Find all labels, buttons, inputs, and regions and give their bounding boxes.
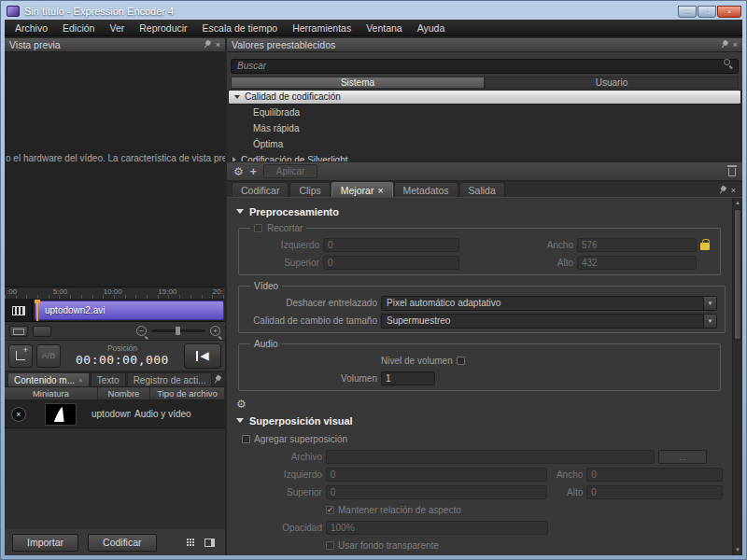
transparent-bg-checkbox[interactable] (326, 541, 334, 550)
browse-button[interactable]: ... (658, 450, 707, 464)
settings-scrollbar[interactable]: ▲ ▼ (732, 198, 742, 555)
menu-archivo[interactable]: Archivo (7, 21, 55, 35)
minimize-button[interactable]: ─ (678, 6, 697, 18)
zoom-slider[interactable] (151, 329, 205, 332)
tab-contenido-multimedia[interactable]: Contenido m... × (7, 372, 90, 386)
close-icon[interactable]: × (733, 41, 738, 49)
tab-salida[interactable]: Salida (459, 182, 505, 197)
close-icon[interactable]: × (731, 187, 736, 195)
close-icon[interactable]: × (216, 41, 220, 49)
gear-icon[interactable]: ⚙ (236, 399, 247, 410)
crop-width-input[interactable]: 576 (577, 238, 697, 252)
encode-button[interactable]: Codificar (88, 534, 156, 552)
overlay-file-input[interactable] (326, 450, 655, 464)
pin-icon[interactable] (201, 38, 213, 50)
thumbnail-view-button[interactable] (176, 536, 192, 550)
crop-tool-button[interactable] (8, 344, 33, 368)
pin-icon[interactable] (716, 184, 728, 196)
collapse-icon[interactable] (236, 418, 244, 423)
deinterlace-select[interactable]: Pixel automático adaptativo ▼ (381, 296, 717, 311)
timeline-clip[interactable]: uptodown2.avi (35, 301, 224, 320)
keep-aspect-checkbox[interactable] (326, 506, 334, 514)
titlebar[interactable]: Sin título - Expression Encoder 4 ─ □ × (1, 1, 746, 20)
tab-texto[interactable]: Texto (91, 372, 126, 386)
tab-sistema[interactable]: Sistema (231, 77, 485, 89)
crop-top-input[interactable]: 0 (323, 256, 459, 270)
overlay-height-input[interactable]: 0 (586, 485, 723, 499)
tab-usuario[interactable]: Usuario (485, 77, 739, 89)
media-row[interactable]: × uptodown2 Audio y vídeo (5, 400, 225, 428)
crop-left-input[interactable]: 0 (323, 238, 459, 252)
go-to-start-button[interactable]: ◀ (184, 343, 221, 369)
menu-reproducir[interactable]: Reproducir (132, 21, 194, 35)
tree-item-equilibrada[interactable]: Equilibrada (227, 105, 742, 120)
column-miniatura[interactable]: Miniatura (5, 387, 98, 399)
tree-item-mas-rapida[interactable]: Más rápida (227, 120, 742, 136)
details-view-button[interactable] (202, 536, 218, 550)
crop-checkbox[interactable] (254, 224, 262, 232)
column-nombre[interactable]: Nombre (98, 387, 150, 399)
chevron-down-icon[interactable] (234, 95, 240, 99)
gear-icon[interactable]: ⚙ (233, 166, 244, 177)
scroll-up-icon[interactable]: ▲ (733, 198, 742, 208)
overlay-opacity-input[interactable]: 100% (326, 521, 548, 535)
dropdown-arrow-icon[interactable]: ▼ (703, 315, 716, 328)
tab-mejorar[interactable]: Mejorar × (331, 182, 393, 197)
tab-close-icon[interactable]: × (78, 376, 83, 385)
tree-item-calidad-de-codificacion[interactable]: Calidad de codificación (228, 90, 741, 105)
volume-leveling-checkbox[interactable] (457, 357, 465, 365)
section-preprocesamiento[interactable]: Preprocesamiento (236, 205, 723, 217)
add-preset-icon[interactable]: + (250, 166, 257, 177)
zoom-out-icon[interactable]: − (136, 326, 147, 336)
pin-icon[interactable] (718, 38, 730, 50)
menu-edicion[interactable]: Edición (55, 21, 102, 35)
dropdown-arrow-icon[interactable]: ▼ (703, 297, 716, 310)
column-tipo-de-archivo[interactable]: Tipo de archivo (150, 387, 225, 399)
presets-source-tabs: Sistema Usuario (231, 77, 739, 89)
tab-metadatos[interactable]: Metadatos (394, 182, 458, 197)
settings-tab-bar: Codificar Clips Mejorar × Metadatos Sali… (227, 182, 742, 198)
zoom-in-icon[interactable]: + (210, 326, 220, 336)
playhead[interactable] (36, 300, 38, 321)
tree-item-codificacion-silverlight[interactable]: Codificación de Silverlight (227, 152, 742, 162)
track-header[interactable] (5, 300, 33, 321)
tree-item-optima[interactable]: Óptima (227, 136, 742, 152)
menu-escala-de-tiempo[interactable]: Escala de tiempo (195, 21, 286, 35)
overlay-width-input[interactable]: 0 (586, 468, 723, 482)
menu-herramientas[interactable]: Herramientas (285, 21, 359, 35)
ab-compare-button[interactable]: A/B (36, 344, 61, 368)
tab-registro-actividad[interactable]: Registro de acti... (127, 372, 213, 386)
trash-icon[interactable] (728, 168, 736, 176)
scrollbar-thumb[interactable] (734, 209, 741, 340)
crop-height-input[interactable]: 432 (577, 256, 697, 270)
snapshot-button[interactable] (33, 326, 51, 337)
overlay-left-input[interactable]: 0 (326, 468, 548, 482)
remove-item-button[interactable]: × (11, 407, 26, 422)
zoom-slider-thumb[interactable] (176, 327, 180, 335)
crop-width-label: Ancho (463, 240, 573, 250)
display-mode-button[interactable] (9, 326, 28, 337)
resize-quality-select[interactable]: Supermuestreo ▼ (381, 314, 717, 329)
maximize-button[interactable]: □ (698, 6, 716, 18)
menu-ver[interactable]: Ver (102, 21, 132, 35)
add-overlay-checkbox[interactable] (242, 435, 250, 443)
scroll-down-icon[interactable]: ▼ (733, 545, 742, 555)
menu-ventana[interactable]: Ventana (359, 21, 410, 35)
section-superposicion-visual[interactable]: Superposición visual (236, 414, 723, 427)
preview-panel-title: Vista previa (9, 39, 61, 50)
close-button[interactable]: × (717, 6, 741, 18)
tab-codificar[interactable]: Codificar (232, 182, 289, 197)
pin-icon[interactable] (211, 373, 223, 385)
apply-button[interactable]: Aplicar (263, 164, 318, 178)
audio-volume-input[interactable]: 1 (381, 371, 435, 385)
overlay-top-input[interactable]: 0 (326, 485, 548, 499)
timeline-ruler[interactable]: :00 5:00 10:00 15:00 20: (5, 287, 225, 300)
search-input[interactable] (231, 59, 739, 74)
tab-close-icon[interactable]: × (377, 185, 383, 196)
collapse-icon[interactable] (236, 209, 244, 214)
lock-icon[interactable] (700, 243, 710, 250)
import-button[interactable]: Importar (12, 534, 78, 552)
tab-clips[interactable]: Clips (289, 182, 330, 197)
volume-leveling-label: Nivel de volumen (381, 356, 453, 366)
menu-ayuda[interactable]: Ayuda (410, 21, 453, 35)
